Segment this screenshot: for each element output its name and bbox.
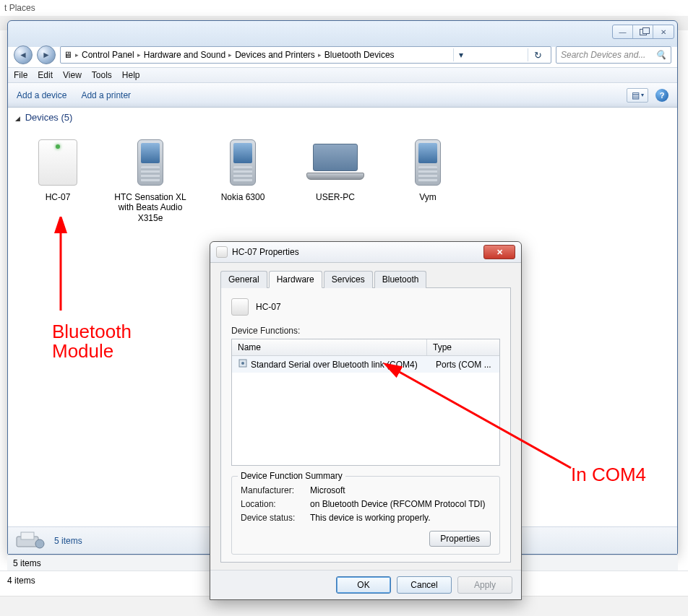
- device-nokia[interactable]: Nokia 6300: [203, 134, 283, 223]
- breadcrumb-sep-icon: ▸: [75, 51, 79, 58]
- tab-hardware[interactable]: Hardware: [269, 271, 322, 288]
- maximize-button[interactable]: [633, 25, 653, 38]
- close-button[interactable]: ✕: [653, 25, 674, 38]
- properties-button[interactable]: Properties: [429, 531, 491, 547]
- summary-legend: Device Function Summary: [238, 471, 345, 481]
- phone-icon: [210, 134, 275, 191]
- device-htc[interactable]: HTC Sensation XL with Beats Audio X315e: [111, 134, 190, 223]
- apply-button[interactable]: Apply: [457, 576, 512, 594]
- breadcrumb-sep-icon: ▸: [137, 51, 141, 58]
- modem-icon: [231, 298, 249, 316]
- laptop-icon: [303, 134, 368, 191]
- modem-icon: [216, 246, 228, 258]
- device-label: HTC Sensation XL with Beats Audio X315e: [111, 192, 190, 223]
- breadcrumb-sep-icon: ▸: [228, 51, 232, 58]
- menu-file[interactable]: File: [14, 70, 27, 80]
- minimize-button[interactable]: —: [613, 25, 633, 38]
- dialog-title: HC-07 Properties: [232, 247, 299, 257]
- crumb-control-panel[interactable]: Control Panel: [82, 50, 134, 60]
- manufacturer-key: Manufacturer:: [241, 485, 310, 495]
- help-button[interactable]: ?: [655, 89, 668, 102]
- add-printer-button[interactable]: Add a printer: [81, 90, 131, 100]
- device-label: Nokia 6300: [221, 192, 265, 202]
- dialog-close-button[interactable]: ✕: [483, 245, 515, 259]
- menu-view[interactable]: View: [63, 70, 82, 80]
- nav-back-button[interactable]: ◄: [14, 45, 33, 64]
- dialog-titlebar: HC-07 Properties ✕: [210, 242, 521, 263]
- command-bar: Add a device Add a printer ▤ ▾ ?: [8, 83, 677, 108]
- device-user-pc[interactable]: USER-PC: [296, 134, 375, 223]
- tab-strip: General Hardware Services Bluetooth: [220, 270, 511, 288]
- view-icon: ▤: [632, 90, 640, 100]
- dialog-body: General Hardware Services Bluetooth HC-0…: [210, 263, 521, 570]
- ok-button[interactable]: OK: [336, 576, 391, 594]
- status-text: 5 items: [13, 558, 41, 568]
- device-label: USER-PC: [316, 192, 355, 202]
- printer-icon: [15, 529, 47, 552]
- device-grid: HC-07 HTC Sensation XL with Beats Audio …: [8, 127, 677, 223]
- menu-bar: File Edit View Tools Help: [8, 67, 677, 83]
- crumb-bluetooth-devices[interactable]: Bluetooth Devices: [324, 50, 395, 60]
- address-dropdown-icon[interactable]: ▾: [453, 48, 469, 61]
- device-name: HC-07: [256, 302, 281, 312]
- cancel-button[interactable]: Cancel: [397, 576, 452, 594]
- view-options-button[interactable]: ▤ ▾: [627, 88, 648, 103]
- device-function-summary: Device Function Summary Manufacturer:Mic…: [231, 476, 500, 555]
- search-input[interactable]: Search Devices and... 🔍: [556, 46, 671, 64]
- location-key: Location:: [241, 499, 310, 509]
- modem-icon: [25, 134, 90, 191]
- search-icon: 🔍: [655, 50, 666, 60]
- menu-tools[interactable]: Tools: [92, 70, 112, 80]
- row-name: Standard Serial over Bluetooth link (COM…: [251, 360, 436, 370]
- nav-row: ◄ ► 🖥 ▸ Control Panel ▸ Hardware and Sou…: [8, 43, 677, 67]
- dialog-buttons: OK Cancel Apply: [210, 570, 521, 599]
- device-label: Vym: [419, 192, 437, 202]
- device-hc-07[interactable]: HC-07: [18, 134, 98, 223]
- breadcrumb-sep-icon: ▸: [318, 51, 322, 58]
- search-placeholder: Search Devices and...: [561, 50, 645, 60]
- chevron-down-icon: ▾: [641, 92, 644, 98]
- tab-panel-hardware: HC-07 Device Functions: Name Type Standa…: [220, 288, 511, 563]
- refresh-button[interactable]: ↻: [528, 48, 548, 61]
- crumb-hardware-sound[interactable]: Hardware and Sound: [144, 50, 225, 60]
- menu-edit[interactable]: Edit: [38, 70, 53, 80]
- table-row[interactable]: Standard Serial over Bluetooth link (COM…: [232, 356, 499, 373]
- titlebar: — ✕: [8, 21, 677, 43]
- nav-forward-button[interactable]: ►: [37, 45, 56, 64]
- window-controls: — ✕: [612, 25, 674, 39]
- device-vym[interactable]: Vym: [388, 134, 468, 223]
- phone-icon: [395, 134, 460, 191]
- status-text: 4 items: [7, 576, 35, 586]
- device-label: HC-07: [46, 192, 71, 202]
- tab-bluetooth[interactable]: Bluetooth: [374, 271, 427, 288]
- location-value: on Bluetooth Device (RFCOMM Protocol TDI…: [310, 499, 491, 509]
- status-key: Device status:: [241, 513, 310, 523]
- phone-icon: [118, 134, 183, 191]
- column-type[interactable]: Type: [427, 339, 499, 355]
- add-device-button[interactable]: Add a device: [17, 90, 66, 100]
- crumb-devices-printers[interactable]: Devices and Printers: [235, 50, 315, 60]
- device-functions-table: Name Type Standard Serial over Bluetooth…: [231, 339, 500, 466]
- properties-dialog: HC-07 Properties ✕ General Hardware Serv…: [210, 241, 522, 600]
- manufacturer-value: Microsoft: [310, 485, 491, 495]
- computer-icon: 🖥: [64, 50, 72, 60]
- address-bar[interactable]: 🖥 ▸ Control Panel ▸ Hardware and Sound ▸…: [60, 46, 551, 64]
- port-icon: [238, 358, 248, 370]
- group-header-devices[interactable]: ◢ Devices (5): [8, 108, 677, 127]
- details-text: 5 items: [54, 536, 82, 546]
- svg-rect-1: [21, 532, 34, 539]
- menu-help[interactable]: Help: [122, 70, 140, 80]
- svg-point-2: [35, 539, 44, 548]
- group-title: Devices (5): [25, 112, 73, 123]
- device-functions-label: Device Functions:: [231, 326, 500, 336]
- tab-general[interactable]: General: [220, 271, 267, 288]
- row-type: Ports (COM ...: [436, 360, 494, 370]
- status-value: This device is working properly.: [310, 513, 491, 523]
- tab-services[interactable]: Services: [324, 271, 373, 288]
- collapse-triangle-icon: ◢: [15, 115, 20, 122]
- column-name[interactable]: Name: [232, 339, 427, 355]
- svg-point-4: [241, 362, 244, 365]
